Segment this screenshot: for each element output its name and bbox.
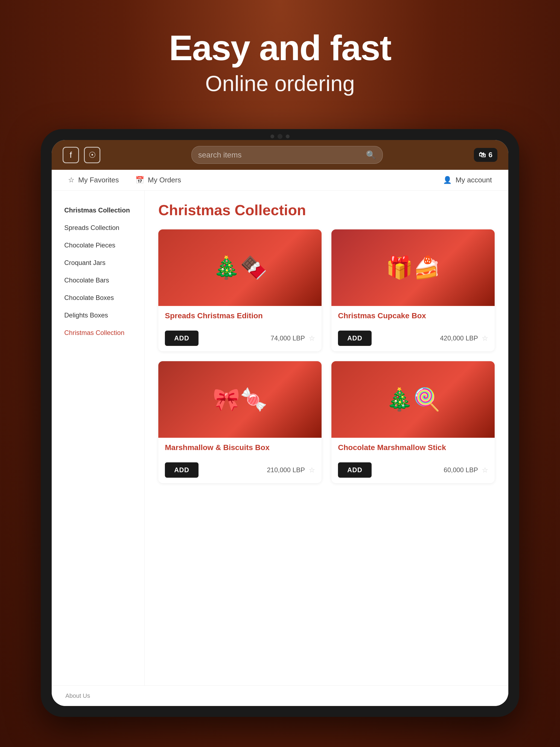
hero-section: Easy and fast Online ordering	[169, 27, 391, 96]
camera-lens	[278, 134, 282, 139]
product-info-3: Chocolate Marshmallow Stick	[331, 438, 495, 462]
product-card-3: 🎄🍭Chocolate Marshmallow StickADD60,000 L…	[331, 361, 495, 483]
price-value-2: 210,000 LBP	[267, 466, 305, 474]
camera-dot-1	[271, 134, 274, 138]
cart-icon: 🛍	[479, 151, 486, 159]
add-to-cart-button-3[interactable]: ADD	[338, 462, 372, 478]
tablet-frame: f ☉ 🔍 🛍 6 ☆ My Favorites	[41, 129, 519, 717]
sidebar-item-4[interactable]: Chocolate Bars	[60, 272, 136, 289]
about-footer: About Us	[52, 686, 508, 706]
hero-subtitle: Online ordering	[169, 71, 391, 96]
price-value-1: 420,000 LBP	[440, 334, 478, 342]
add-to-cart-button-0[interactable]: ADD	[165, 331, 199, 346]
product-card-2: 🎀🍬Marshmallow & Biscuits BoxADD210,000 L…	[158, 361, 322, 483]
product-image-decoration-2: 🎀🍬	[158, 361, 322, 438]
product-footer-3: ADD60,000 LBP☆	[331, 462, 495, 483]
hero-title: Easy and fast	[169, 27, 391, 68]
favorite-star-2[interactable]: ☆	[309, 466, 315, 474]
search-icon: 🔍	[366, 150, 376, 160]
sidebar-item-0[interactable]: Christmas Collection	[60, 202, 136, 219]
product-grid: 🎄🍫Spreads Christmas EditionADD74,000 LBP…	[158, 229, 495, 483]
favorites-nav-item[interactable]: ☆ My Favorites	[68, 176, 119, 184]
product-image-decoration-3: 🎄🍭	[331, 361, 495, 438]
facebook-icon: f	[70, 150, 72, 160]
product-footer-0: ADD74,000 LBP☆	[158, 331, 322, 351]
orders-icon: 📅	[135, 176, 144, 184]
product-image-decoration-1: 🎁🍰	[331, 229, 495, 306]
camera-dot-2	[286, 134, 289, 138]
favorite-star-0[interactable]: ☆	[309, 334, 315, 343]
add-to-cart-button-2[interactable]: ADD	[165, 462, 199, 478]
product-price-1: 420,000 LBP☆	[440, 334, 488, 343]
app-screen: f ☉ 🔍 🛍 6 ☆ My Favorites	[52, 140, 508, 706]
instagram-button[interactable]: ☉	[84, 147, 100, 163]
sidebar-item-7[interactable]: Christmas Collection	[60, 324, 136, 341]
price-value-0: 74,000 LBP	[271, 334, 305, 342]
orders-nav-item[interactable]: 📅 My Orders	[135, 176, 181, 184]
product-area: Christmas Collection 🎄🍫Spreads Christmas…	[145, 190, 508, 686]
account-label: My account	[456, 176, 492, 184]
sub-nav: ☆ My Favorites 📅 My Orders 👤 My account	[52, 170, 508, 190]
navbar-left: f ☉	[62, 147, 100, 163]
product-card-1: 🎁🍰Christmas Cupcake BoxADD420,000 LBP☆	[331, 229, 495, 351]
search-bar[interactable]: 🔍	[192, 146, 383, 164]
cart-count: 6	[489, 151, 492, 159]
product-footer-1: ADD420,000 LBP☆	[331, 331, 495, 351]
camera-bar	[271, 134, 289, 139]
product-price-2: 210,000 LBP☆	[267, 466, 315, 474]
product-info-0: Spreads Christmas Edition	[158, 306, 322, 331]
navbar-right: 🛍 6	[474, 148, 498, 162]
favorite-star-3[interactable]: ☆	[482, 466, 488, 474]
facebook-button[interactable]: f	[62, 147, 79, 163]
product-name-1: Christmas Cupcake Box	[338, 311, 488, 320]
main-content: Christmas CollectionSpreads CollectionCh…	[52, 190, 508, 686]
account-nav-item[interactable]: 👤 My account	[443, 176, 492, 184]
favorite-star-1[interactable]: ☆	[482, 334, 488, 343]
price-value-3: 60,000 LBP	[444, 466, 478, 474]
navbar: f ☉ 🔍 🛍 6	[52, 140, 508, 170]
favorites-label: My Favorites	[78, 176, 119, 184]
product-image-decoration-0: 🎄🍫	[158, 229, 322, 306]
add-to-cart-button-1[interactable]: ADD	[338, 331, 372, 346]
product-price-0: 74,000 LBP☆	[271, 334, 315, 343]
sidebar: Christmas CollectionSpreads CollectionCh…	[52, 190, 145, 686]
orders-label: My Orders	[148, 176, 181, 184]
search-input[interactable]	[198, 151, 362, 159]
star-icon: ☆	[68, 176, 74, 184]
sidebar-item-1[interactable]: Spreads Collection	[60, 219, 136, 236]
product-name-3: Chocolate Marshmallow Stick	[338, 443, 488, 452]
sidebar-item-2[interactable]: Chocolate Pieces	[60, 236, 136, 254]
product-image-0: 🎄🍫	[158, 229, 322, 306]
product-footer-2: ADD210,000 LBP☆	[158, 462, 322, 483]
sidebar-item-6[interactable]: Delights Boxes	[60, 307, 136, 324]
product-price-3: 60,000 LBP☆	[444, 466, 488, 474]
product-info-2: Marshmallow & Biscuits Box	[158, 438, 322, 462]
product-card-0: 🎄🍫Spreads Christmas EditionADD74,000 LBP…	[158, 229, 322, 351]
product-name-2: Marshmallow & Biscuits Box	[165, 443, 315, 452]
product-image-3: 🎄🍭	[331, 361, 495, 438]
instagram-icon: ☉	[88, 150, 96, 160]
about-us-link[interactable]: About Us	[65, 692, 90, 699]
product-image-2: 🎀🍬	[158, 361, 322, 438]
product-area-title: Christmas Collection	[158, 202, 495, 218]
sidebar-item-3[interactable]: Croquant Jars	[60, 254, 136, 272]
product-name-0: Spreads Christmas Edition	[165, 311, 315, 320]
product-image-1: 🎁🍰	[331, 229, 495, 306]
cart-button[interactable]: 🛍 6	[474, 148, 498, 162]
account-icon: 👤	[443, 176, 452, 184]
sidebar-item-5[interactable]: Chocolate Boxes	[60, 289, 136, 307]
product-info-1: Christmas Cupcake Box	[331, 306, 495, 331]
